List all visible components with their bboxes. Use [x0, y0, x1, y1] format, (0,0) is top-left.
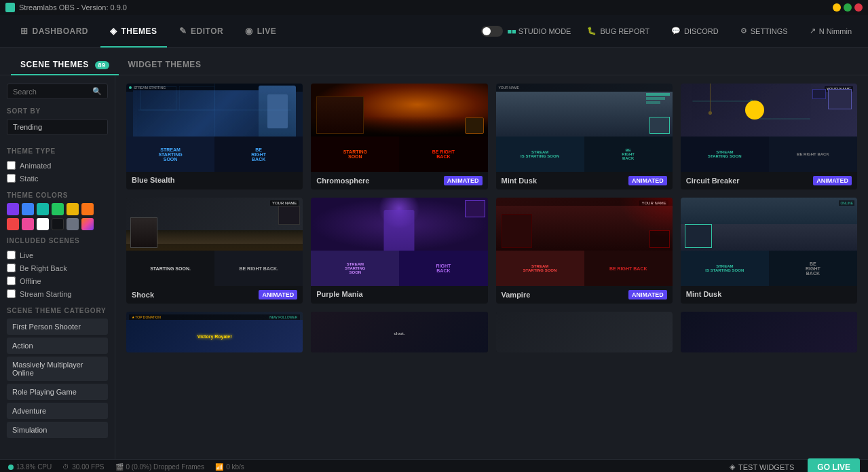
theme-preview-chromosphere: STARTINGSOON BE RIGHTBACK [311, 84, 487, 172]
studio-mode-switch[interactable] [481, 26, 503, 37]
theme-name-chromosphere: Chromosphere [316, 177, 369, 185]
fps-icon: ⏱ [62, 463, 69, 471]
nav-live[interactable]: ◉ LIVE [235, 15, 286, 48]
sort-by-label: SORT BY [7, 107, 108, 115]
nav-live-label: LIVE [257, 26, 277, 36]
theme-card-partial-4[interactable] [681, 312, 857, 352]
discord-icon: 💬 [671, 26, 681, 35]
color-gradient[interactable] [81, 218, 94, 230]
theme-name-blue-stealth: Blue Stealth [132, 176, 175, 184]
titlebar: Streamlabs OBS - Version: 0.9.0 [0, 0, 868, 15]
sort-by-select[interactable]: Trending Newest Popular [7, 119, 108, 135]
theme-card-circuit-breaker[interactable]: YOUR NAME [681, 84, 857, 189]
animated-badge-vampire: ANIMATED [628, 290, 667, 299]
theme-preview-circuit-breaker: YOUR NAME [681, 84, 857, 172]
color-red[interactable] [7, 218, 19, 230]
theme-preview-mint-dusk-2: ONLINE STREAMIS STARTING SOON BERIGHTBAC… [681, 198, 857, 286]
settings-icon: ⚙ [740, 26, 747, 35]
included-scenes-group: Live Be Right Back Offline Stream Starti… [7, 249, 108, 300]
bandwidth-icon: 📶 [215, 463, 223, 471]
svg-point-9 [709, 111, 712, 115]
bug-report-button[interactable]: 🐛 BUG REPORT [582, 24, 655, 38]
theme-name-mint-dusk: Mint Dusk [502, 177, 537, 185]
color-gray[interactable] [67, 218, 79, 230]
theme-card-mint-dusk[interactable]: YOUR NAME [496, 84, 673, 189]
svg-rect-3 [179, 86, 214, 110]
color-purple[interactable] [7, 203, 19, 215]
nav-themes[interactable]: ◈ THEMES [100, 15, 167, 48]
nav-dashboard-label: DASHBOARD [33, 26, 89, 36]
studio-mode-toggle[interactable]: ■■ STUDIO MODE [481, 26, 571, 37]
color-black[interactable] [52, 218, 64, 230]
category-simulation[interactable]: Simulation [7, 422, 108, 438]
go-live-button[interactable]: GO LIVE [808, 458, 860, 473]
color-yellow[interactable] [67, 203, 79, 215]
app-icon [5, 3, 15, 12]
dropped-frames-label: 0 (0.0%) Dropped Frames [126, 463, 205, 471]
theme-card-purple-mania[interactable]: STREAMSTARTINGSOON RIGHTBACK Purple Mani… [311, 198, 487, 304]
tab-scene-themes[interactable]: SCENE THEMES 89 [11, 54, 119, 75]
nav-dashboard[interactable]: ⊞ DASHBOARD [11, 15, 98, 48]
color-orange[interactable] [81, 203, 94, 215]
discord-button[interactable]: 💬 DISCORD [666, 24, 724, 38]
nav-themes-label: THEMES [121, 26, 157, 36]
theme-card-blue-stealth[interactable]: STREAM STARTING [126, 84, 303, 189]
theme-name-purple-mania: Purple Mania [316, 290, 362, 298]
editor-icon: ✎ [179, 26, 187, 36]
scene-be-right-back-checkbox[interactable]: Be Right Back [7, 261, 108, 274]
scene-stream-starting-checkbox[interactable]: Stream Starting [7, 287, 108, 300]
category-action[interactable]: Action [7, 338, 108, 354]
nav-editor[interactable]: ✎ EDITOR [170, 15, 233, 48]
studio-mode-label: ■■ STUDIO MODE [507, 27, 571, 35]
category-rpg[interactable]: Role Playing Game [7, 384, 108, 400]
theme-card-partial-2[interactable]: clout. [311, 312, 487, 352]
animated-badge-mint-dusk: ANIMATED [628, 176, 667, 185]
maximize-button[interactable] [844, 3, 852, 12]
theme-card-vampire[interactable]: YOUR NAME STREAMSTARTIN [496, 198, 673, 304]
themes-grid: STREAM STARTING [126, 84, 857, 352]
search-input[interactable] [13, 88, 92, 96]
fps-status: ⏱ 30.00 FPS [62, 463, 104, 471]
theme-card-partial-3[interactable] [496, 312, 673, 352]
color-pink[interactable] [22, 218, 34, 230]
theme-card-chromosphere[interactable]: STARTINGSOON BE RIGHTBACK Chromosphere A… [311, 84, 487, 189]
color-blue[interactable] [22, 203, 34, 215]
settings-button[interactable]: ⚙ SETTINGS [735, 24, 793, 38]
bug-report-icon: 🐛 [587, 26, 597, 35]
svg-rect-2 [141, 86, 176, 110]
minimize-button[interactable] [833, 3, 841, 12]
theme-name-vampire: Vampire [502, 291, 531, 299]
color-white[interactable] [37, 218, 49, 230]
animated-checkbox[interactable]: Animated [7, 159, 108, 172]
scene-offline-checkbox[interactable]: Offline [7, 274, 108, 287]
close-button[interactable] [854, 3, 863, 12]
test-widgets-button[interactable]: ◈ TEST WIDGETS [724, 458, 799, 473]
live-icon: ◉ [245, 26, 253, 36]
sidebar: 🔍 SORT BY Trending Newest Popular THEME … [0, 75, 115, 459]
theme-preview-vampire: YOUR NAME STREAMSTARTIN [496, 198, 673, 286]
category-adventure[interactable]: Adventure [7, 403, 108, 419]
theme-card-partial-1[interactable]: ★ TOP DONATION NEW FOLLOWER Victory Roya… [126, 312, 303, 352]
dropped-icon: 🎬 [115, 463, 124, 471]
tab-widget-themes[interactable]: WIDGET THEMES [119, 54, 211, 75]
search-box[interactable]: 🔍 [7, 84, 108, 99]
content-area: 🔍 SORT BY Trending Newest Popular THEME … [0, 75, 868, 459]
test-widgets-icon: ◈ [730, 462, 735, 471]
status-right: ◈ TEST WIDGETS GO LIVE [724, 458, 860, 473]
user-menu[interactable]: ↗ N Nimmin [804, 24, 857, 38]
bandwidth-label: 0 kb/s [226, 463, 244, 471]
themes-icon: ◈ [110, 26, 117, 36]
color-teal[interactable] [37, 203, 49, 215]
theme-card-mint-dusk-2[interactable]: ONLINE STREAMIS STARTING SOON BERIGHTBAC… [681, 198, 857, 304]
dashboard-icon: ⊞ [20, 26, 29, 36]
static-checkbox[interactable]: Static [7, 172, 108, 185]
animated-badge-shock: ANIMATED [259, 290, 297, 299]
included-scenes-label: INCLUDED SCENES [7, 237, 108, 244]
category-fps[interactable]: First Person Shooter [7, 319, 108, 335]
statusbar: 13.8% CPU ⏱ 30.00 FPS 🎬 0 (0.0%) Dropped… [0, 459, 868, 472]
theme-preview-purple-mania: STREAMSTARTINGSOON RIGHTBACK [311, 198, 487, 286]
category-mmo[interactable]: Massively Multiplayer Online [7, 357, 108, 381]
scene-live-checkbox[interactable]: Live [7, 249, 108, 261]
color-green[interactable] [52, 203, 64, 215]
theme-card-shock[interactable]: YOUR NAME [126, 198, 303, 304]
